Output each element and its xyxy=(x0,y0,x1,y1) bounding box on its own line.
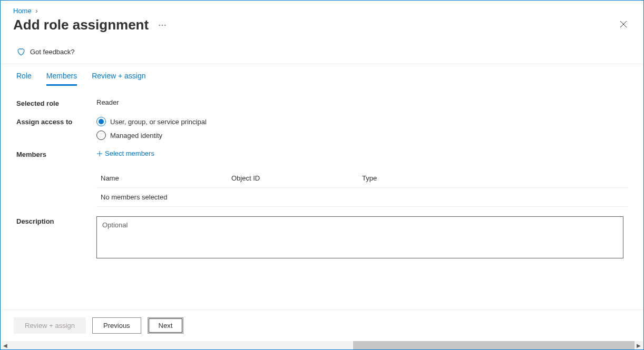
members-table: Name Object ID Type No members selected xyxy=(96,169,628,207)
radio-label: Managed identity xyxy=(110,132,162,139)
review-assign-button: Review + assign xyxy=(14,317,86,334)
selected-role-value: Reader xyxy=(96,98,628,106)
close-icon xyxy=(619,20,628,28)
tab-review-assign[interactable]: Review + assign xyxy=(92,72,145,86)
col-header-object-id[interactable]: Object ID xyxy=(231,174,362,182)
members-label: Members xyxy=(16,149,96,158)
heart-icon xyxy=(16,47,26,56)
chevron-right-icon: › xyxy=(35,7,37,15)
scroll-left-icon[interactable]: ◀ xyxy=(1,341,9,349)
scroll-track[interactable] xyxy=(9,341,635,349)
tab-role[interactable]: Role xyxy=(16,72,32,86)
table-empty-row: No members selected xyxy=(96,188,628,207)
radio-icon xyxy=(96,117,106,126)
breadcrumb-home-link[interactable]: Home xyxy=(13,7,32,15)
radio-user-group-sp[interactable]: User, group, or service principal xyxy=(96,117,628,126)
col-header-type[interactable]: Type xyxy=(362,174,623,182)
radio-icon xyxy=(96,131,106,140)
scroll-right-icon[interactable]: ▶ xyxy=(635,341,643,349)
horizontal-scrollbar[interactable]: ◀ ▶ xyxy=(1,341,643,349)
page-title: Add role assignment xyxy=(13,17,149,33)
assign-access-radio-group: User, group, or service principal Manage… xyxy=(96,117,628,140)
feedback-link[interactable]: Got feedback? xyxy=(1,39,643,64)
next-button[interactable]: Next xyxy=(148,317,184,334)
more-button[interactable]: ⋯ xyxy=(156,18,169,32)
description-label: Description xyxy=(16,216,96,225)
previous-button[interactable]: Previous xyxy=(92,317,141,334)
tab-bar: Role Members Review + assign xyxy=(13,64,631,86)
plus-icon xyxy=(96,151,103,157)
feedback-label: Got feedback? xyxy=(30,48,75,56)
form: Selected role Reader Assign access to Us… xyxy=(13,86,631,260)
select-members-link[interactable]: Select members xyxy=(96,149,154,157)
radio-label: User, group, or service principal xyxy=(110,118,207,126)
description-input[interactable] xyxy=(96,216,623,258)
radio-managed-identity[interactable]: Managed identity xyxy=(96,131,628,140)
close-button[interactable] xyxy=(616,17,631,33)
col-header-name[interactable]: Name xyxy=(101,174,231,182)
breadcrumb: Home › xyxy=(1,1,643,15)
title-bar: Add role assignment ⋯ xyxy=(1,15,643,39)
content-scroll[interactable]: Role Members Review + assign Selected ro… xyxy=(1,64,643,296)
tab-members[interactable]: Members xyxy=(46,72,77,86)
select-members-label: Select members xyxy=(105,149,154,157)
footer-bar: Review + assign Previous Next xyxy=(1,309,643,341)
scroll-thumb[interactable] xyxy=(353,341,635,349)
assign-access-label: Assign access to xyxy=(16,117,96,126)
selected-role-label: Selected role xyxy=(16,98,96,107)
